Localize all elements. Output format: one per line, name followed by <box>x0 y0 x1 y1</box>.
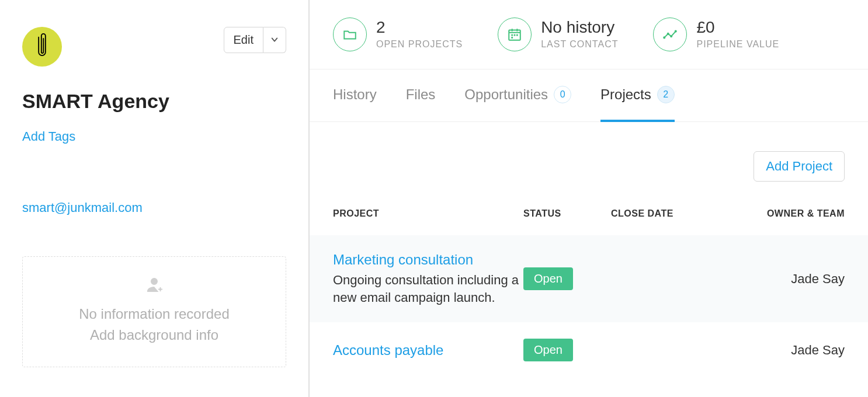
add-background-link[interactable]: Add background info <box>34 327 274 343</box>
project-link[interactable]: Accounts payable <box>333 342 523 358</box>
svg-point-13 <box>671 36 672 37</box>
project-description: Ongoing consultation including a new ema… <box>333 271 523 306</box>
table-row[interactable]: Marketing consultation Ongoing consultat… <box>310 235 868 322</box>
col-header-owner: OWNER & TEAM <box>722 208 845 219</box>
col-header-project: PROJECT <box>333 208 523 219</box>
svg-point-8 <box>514 34 515 35</box>
stat-label: PIPELINE VALUE <box>696 39 779 50</box>
tab-label: Opportunities <box>464 86 548 103</box>
add-person-icon <box>144 274 165 298</box>
svg-point-14 <box>675 31 676 32</box>
svg-rect-2 <box>158 289 162 290</box>
tabs: History Files Opportunities 0 Projects 2 <box>310 69 868 122</box>
tab-label: Projects <box>600 86 651 103</box>
add-project-button[interactable]: Add Project <box>754 151 845 182</box>
svg-point-11 <box>664 37 665 38</box>
org-avatar[interactable] <box>22 27 62 67</box>
svg-point-10 <box>512 37 512 38</box>
folder-icon <box>333 18 367 51</box>
chart-icon <box>653 18 687 51</box>
org-name: SMART Agency <box>22 90 286 113</box>
stat-value: £0 <box>696 19 779 36</box>
edit-dropdown-button[interactable] <box>263 27 286 53</box>
status-badge: Open <box>523 339 573 361</box>
status-badge: Open <box>523 267 573 290</box>
project-link[interactable]: Marketing consultation <box>333 252 523 268</box>
stats-bar: 2 OPEN PROJECTS No history LAST CONTACT <box>310 18 868 69</box>
svg-point-7 <box>512 34 512 35</box>
svg-point-9 <box>517 34 518 35</box>
tab-opportunities[interactable]: Opportunities 0 <box>464 69 571 122</box>
add-tags-link[interactable]: Add Tags <box>22 129 75 144</box>
stat-label: LAST CONTACT <box>541 39 618 50</box>
stat-value: No history <box>541 19 618 36</box>
svg-point-12 <box>668 33 669 34</box>
tab-projects[interactable]: Projects 2 <box>600 69 675 122</box>
stat-open-projects[interactable]: 2 OPEN PROJECTS <box>333 18 463 51</box>
edit-button-group: Edit <box>224 27 286 53</box>
email-link[interactable]: smart@junkmail.com <box>22 200 143 215</box>
col-header-status: STATUS <box>523 208 611 219</box>
paperclip-icon <box>34 32 50 62</box>
stat-pipeline-value[interactable]: £0 PIPELINE VALUE <box>653 18 779 51</box>
stat-last-contact[interactable]: No history LAST CONTACT <box>498 18 618 51</box>
tab-history[interactable]: History <box>333 69 377 122</box>
calendar-icon <box>498 18 532 51</box>
chevron-down-icon <box>270 36 279 44</box>
tab-files[interactable]: Files <box>406 69 436 122</box>
projects-table-header: PROJECT STATUS CLOSE DATE OWNER & TEAM <box>310 199 868 235</box>
tab-badge: 2 <box>657 86 675 103</box>
stat-label: OPEN PROJECTS <box>376 39 463 50</box>
owner-cell: Jade Say <box>722 271 845 287</box>
tab-badge: 0 <box>554 86 571 103</box>
table-row[interactable]: Accounts payable Open Jade Say <box>310 322 868 378</box>
sidebar: Edit SMART Agency Add Tags smart@junkmai… <box>0 0 310 397</box>
background-info-box[interactable]: No information recorded Add background i… <box>22 256 286 367</box>
col-header-close-date: CLOSE DATE <box>611 208 722 219</box>
main-panel: 2 OPEN PROJECTS No history LAST CONTACT <box>310 0 868 397</box>
stat-value: 2 <box>376 19 463 36</box>
edit-button[interactable]: Edit <box>224 27 263 53</box>
background-empty-text: No information recorded <box>34 306 274 322</box>
owner-cell: Jade Say <box>722 343 845 358</box>
